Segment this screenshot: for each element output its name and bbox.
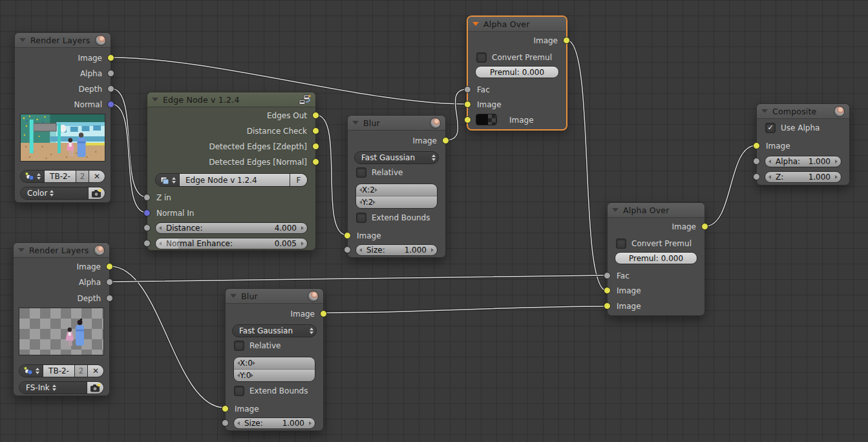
input-socket-normal-in[interactable] [143,209,151,216]
group-browse-button[interactable] [156,174,179,186]
node-wire[interactable] [110,275,607,282]
node-editor-canvas[interactable]: Render Layers Image Alpha Depth Normal [0,0,868,442]
relative-checkbox[interactable] [356,167,366,178]
group-name-field[interactable]: Edge Node v 1.2.4 [179,174,290,186]
output-socket-edges-out[interactable] [312,112,319,119]
filter-type-dropdown[interactable]: Fast Gaussian [232,324,317,337]
use-alpha-checkbox[interactable]: ✓ [765,123,776,133]
output-socket-image[interactable] [442,137,449,144]
size-slider[interactable]: Size: 1.000 [355,244,438,256]
collapse-icon[interactable] [19,38,26,42]
x-slider[interactable]: X: 0 [234,357,315,369]
input-socket-fac[interactable] [604,272,611,279]
node-alpha-over-1[interactable]: Alpha Over Image Convert Premul Premul: … [467,16,567,130]
input-socket-alpha[interactable] [753,158,760,165]
rerender-layer-button[interactable] [87,382,103,394]
distance-slider[interactable]: Distance: 4.000 [155,222,308,234]
rerender-layer-button[interactable] [88,187,105,199]
output-socket-image[interactable] [106,263,113,270]
node-header[interactable]: Render Layers [15,33,111,48]
slider-increase-icon[interactable] [253,361,255,365]
y-slider[interactable]: Y: 0 [234,369,315,381]
output-socket-normal[interactable] [107,101,114,108]
collapse-icon[interactable] [761,109,768,113]
output-socket-depth[interactable] [106,295,113,302]
node-composite[interactable]: Composite ✓ Use Alpha Image Alpha: 1.000… [756,103,850,185]
input-socket-fac[interactable] [464,86,471,93]
node-render-layers-1[interactable]: Render Layers Image Alpha Depth Normal [14,32,111,203]
x-slider[interactable]: X: 2 [356,184,437,196]
slider-increase-icon[interactable] [251,374,253,377]
z-slider[interactable]: Z: 1.000 [765,171,842,183]
output-socket-alpha[interactable] [107,70,114,77]
collapse-icon[interactable] [352,121,359,125]
output-socket-depth[interactable] [107,85,114,92]
input-socket-z[interactable] [753,173,760,180]
node-header[interactable]: Alpha Over [468,17,566,32]
relative-checkbox[interactable] [234,341,244,351]
node-edge-group[interactable]: Edge Node v 1.2.4 Edges Out Distance Che… [147,92,316,251]
image-color-swatch[interactable] [476,114,497,125]
scene-browse-button[interactable] [19,365,43,377]
input-socket-image-1[interactable] [464,101,471,108]
node-wire[interactable] [567,40,607,291]
collapse-icon[interactable] [612,208,619,212]
convert-premul-checkbox[interactable] [616,238,626,249]
slider-increase-icon[interactable] [835,175,838,179]
output-socket-distance-check[interactable] [312,127,319,134]
input-socket-image[interactable] [222,405,229,412]
node-alpha-over-2[interactable]: Alpha Over Image Convert Premul Premul: … [607,202,705,316]
extend-bounds-checkbox[interactable] [356,213,366,223]
output-socket-image[interactable] [701,223,708,230]
node-blur-2[interactable]: Blur Image Fast Gaussian Relative X: 0 Y… [225,288,324,431]
slider-decrease-icon[interactable] [159,226,162,230]
extend-bounds-checkbox[interactable] [234,386,244,396]
fake-user-button[interactable]: F [290,174,307,186]
slider-decrease-icon[interactable] [768,160,771,163]
node-wire[interactable] [110,266,225,408]
input-socket-image-2[interactable] [604,302,611,310]
input-socket-z-in[interactable] [143,194,151,201]
collapse-icon[interactable] [230,294,237,298]
slider-decrease-icon[interactable] [237,421,240,425]
render-layer-dropdown[interactable]: Color [21,187,88,199]
output-socket-alpha[interactable] [106,279,113,286]
node-header[interactable]: Composite [757,104,849,119]
slider-decrease-icon[interactable] [768,175,771,179]
output-socket-image[interactable] [320,310,327,317]
output-socket-image[interactable] [563,37,570,44]
input-socket-normal-enhance[interactable] [143,240,151,247]
remove-button[interactable]: ✕ [87,365,103,377]
input-socket-image[interactable] [344,232,351,239]
node-header[interactable]: Blur [226,289,323,304]
node-blur-1[interactable]: Blur Image Fast Gaussian Relative X: 2 Y… [347,115,446,258]
input-socket-image-1[interactable] [604,287,611,294]
node-header[interactable]: Blur [348,116,445,131]
input-socket-size[interactable] [344,246,351,253]
render-layer-dropdown[interactable]: FS-Ink [19,382,87,394]
normal-enhance-slider[interactable]: Normal Enhance: 0.005 [155,238,308,249]
input-socket-image-2[interactable] [464,116,471,123]
node-render-layers-2[interactable]: Render Layers Image Alpha Depth [13,242,110,396]
node-wire[interactable] [316,115,347,235]
input-socket-size[interactable] [222,419,229,426]
slider-increase-icon[interactable] [835,160,838,163]
scene-browse-button[interactable] [21,171,44,182]
premul-slider[interactable]: Premul: 0.000 [615,252,697,264]
collapse-icon[interactable] [472,22,479,26]
remove-button[interactable]: ✕ [89,171,105,182]
output-socket-detected-normal[interactable] [312,158,319,165]
collapse-icon[interactable] [18,248,25,252]
slider-increase-icon[interactable] [301,242,304,246]
slider-increase-icon[interactable] [375,188,377,192]
alpha-slider[interactable]: Alpha: 1.000 [765,156,842,167]
node-wire[interactable] [705,145,756,226]
filter-type-dropdown[interactable]: Fast Gaussian [354,151,439,164]
slider-increase-icon[interactable] [301,226,304,230]
output-socket-image[interactable] [107,54,114,61]
slider-increase-icon[interactable] [373,200,376,204]
slider-decrease-icon[interactable] [359,248,362,252]
slider-increase-icon[interactable] [309,421,312,425]
collapse-icon[interactable] [152,98,158,101]
premul-slider[interactable]: Premul: 0.000 [475,66,559,78]
